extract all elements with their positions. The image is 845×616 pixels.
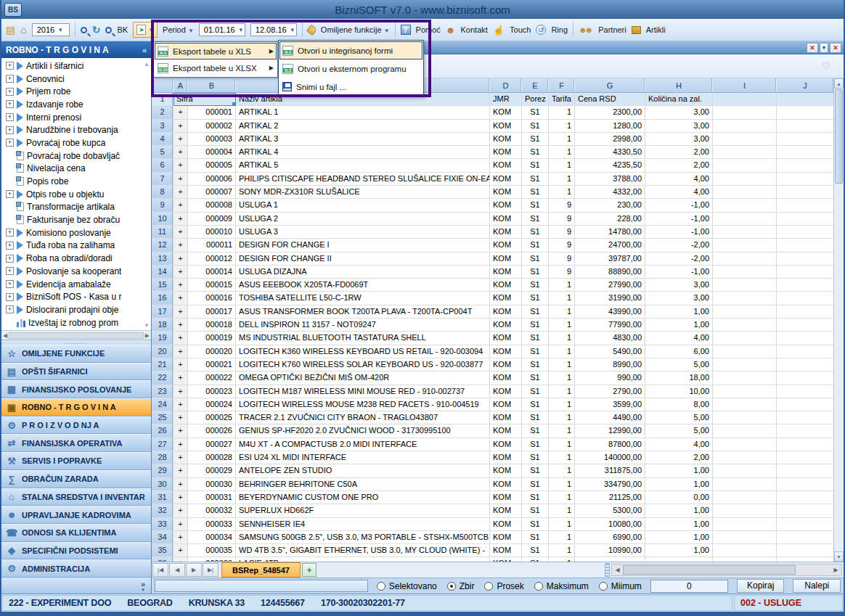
- cell-tarifa[interactable]: 9: [549, 199, 575, 212]
- database-icon[interactable]: ▤: [6, 25, 15, 35]
- cell-cena[interactable]: 39787,00: [575, 252, 645, 266]
- cell-name[interactable]: ARTIKAL 4: [236, 146, 490, 159]
- tree-item-izdavanje-robe[interactable]: +Izdavanje robe: [1, 98, 151, 111]
- cell-code[interactable]: 000014: [188, 266, 236, 279]
- cell-j[interactable]: [777, 464, 833, 477]
- tree-item-narud-bine-i-trebovanja[interactable]: +Narudžbine i trebovanja: [1, 123, 151, 136]
- cell-kolicina[interactable]: 4,00: [645, 173, 713, 186]
- cell-j[interactable]: [777, 319, 833, 332]
- tree-item-dislocirani-prodajni-obje[interactable]: +Dislocirani prodajni obje: [1, 303, 151, 316]
- cell-jmr[interactable]: KOM: [490, 252, 522, 266]
- header-i[interactable]: [713, 93, 777, 106]
- cell-tarifa[interactable]: 1: [549, 305, 575, 319]
- cell-cena[interactable]: 140000,00: [575, 451, 645, 464]
- cell-porez[interactable]: S1: [522, 531, 549, 544]
- cell-name[interactable]: DESIGN FOR CHANGE II: [236, 252, 490, 266]
- expand-row-button[interactable]: +: [174, 305, 188, 319]
- expand-icon[interactable]: +: [6, 139, 14, 147]
- cell-code[interactable]: 000027: [188, 438, 236, 451]
- sidebar-item-robno-t-r-g-o-v-i-n-a[interactable]: ▣ROBNO - T R G O V I N A: [1, 398, 151, 416]
- cell-code[interactable]: 000017: [188, 305, 236, 319]
- cell-i[interactable]: [713, 451, 777, 464]
- expand-icon[interactable]: +: [6, 267, 14, 275]
- cell-porez[interactable]: S1: [522, 213, 549, 226]
- cell-code[interactable]: 000012: [188, 252, 236, 266]
- cell-tarifa[interactable]: 1: [549, 371, 575, 385]
- cell-j[interactable]: [777, 213, 833, 226]
- row-number[interactable]: 12: [152, 239, 174, 252]
- tree-item-interni-prenosi[interactable]: +Interni prenosi: [1, 111, 151, 124]
- cell-jmr[interactable]: KOM: [490, 226, 522, 239]
- row-number[interactable]: 32: [152, 504, 174, 517]
- cell-j[interactable]: [777, 159, 833, 172]
- cell-j[interactable]: [777, 518, 833, 531]
- expand-row-button[interactable]: +: [174, 451, 188, 464]
- cell-cena[interactable]: 4235,50: [575, 159, 645, 172]
- cell-tarifa[interactable]: 1: [549, 332, 575, 345]
- cell-code[interactable]: 000004: [188, 146, 236, 159]
- cell-tarifa[interactable]: 1: [549, 518, 575, 531]
- cell-kolicina[interactable]: 10,00: [645, 385, 713, 398]
- cell-jmr[interactable]: KOM: [490, 332, 522, 345]
- cell-kolicina[interactable]: 3,00: [645, 106, 713, 119]
- column-header-B[interactable]: B: [188, 78, 236, 92]
- row-number[interactable]: 24: [152, 398, 174, 411]
- tree-item-poslovanje-sa-kooperant[interactable]: +Poslovanje sa kooperant: [1, 265, 151, 278]
- cell-kolicina[interactable]: 4,00: [645, 438, 713, 451]
- tree-item-roba-na-obradi-doradi[interactable]: +Roba na obradi/doradi: [1, 252, 151, 265]
- cell-kolicina[interactable]: 2,00: [645, 451, 713, 464]
- cell-porez[interactable]: S1: [522, 133, 549, 146]
- cell-code[interactable]: 000018: [188, 319, 236, 332]
- expand-icon[interactable]: +: [6, 75, 14, 83]
- cell-kolicina[interactable]: 1,00: [645, 531, 713, 544]
- cell-i[interactable]: [713, 133, 777, 146]
- expand-row-button[interactable]: +: [174, 106, 188, 119]
- cell-i[interactable]: [713, 371, 777, 385]
- cell-name[interactable]: LOGITECH K360 WIRELESS KEYBOARD US RETAI…: [236, 345, 490, 358]
- cell-code[interactable]: 000024: [188, 398, 236, 411]
- cell-i[interactable]: [713, 345, 777, 358]
- expand-row-button[interactable]: +: [174, 199, 188, 212]
- cell-jmr[interactable]: KOM: [490, 292, 522, 305]
- column-header-E[interactable]: E: [522, 78, 549, 92]
- cell-cena[interactable]: 3788,00: [575, 173, 645, 186]
- cell-j[interactable]: [777, 332, 833, 345]
- cell-porez[interactable]: S1: [522, 398, 549, 411]
- cell-jmr[interactable]: KOM: [490, 371, 522, 385]
- cell-code[interactable]: 000008: [188, 199, 236, 212]
- cell-i[interactable]: [713, 106, 777, 119]
- expand-row-button[interactable]: +: [174, 345, 188, 358]
- column-header-F[interactable]: F: [549, 78, 575, 92]
- cell-jmr[interactable]: KOM: [490, 266, 522, 279]
- cell-i[interactable]: [713, 226, 777, 239]
- expand-row-button[interactable]: +: [174, 358, 188, 371]
- tree-scroll-down-icon[interactable]: ▼: [144, 322, 150, 329]
- cell-j[interactable]: [777, 133, 833, 146]
- vertical-scrollbar[interactable]: ▲ ▼: [833, 78, 844, 562]
- expand-icon[interactable]: +: [6, 242, 14, 250]
- expand-row-button[interactable]: +: [174, 438, 188, 451]
- cell-jmr[interactable]: KOM: [490, 199, 522, 212]
- cell-kolicina[interactable]: 2,00: [645, 146, 713, 159]
- cell-code[interactable]: 000034: [188, 531, 236, 544]
- cell-jmr[interactable]: KOM: [490, 120, 522, 133]
- cell-j[interactable]: [777, 120, 833, 133]
- radio-selektovano[interactable]: Selektovano: [377, 581, 437, 591]
- cell-i[interactable]: [713, 266, 777, 279]
- export-button[interactable]: ▼: [133, 22, 158, 38]
- expand-icon[interactable]: +: [6, 293, 14, 301]
- cell-jmr[interactable]: KOM: [490, 438, 522, 451]
- expand-row-button[interactable]: +: [174, 239, 188, 252]
- close-window-icon[interactable]: ✕: [807, 43, 818, 53]
- cell-j[interactable]: [777, 491, 833, 504]
- cell-code[interactable]: 000035: [188, 544, 236, 557]
- sidebar-item-opšti-šifarnici[interactable]: ▤OPŠTI ŠIFARNICI: [1, 363, 151, 381]
- row-number[interactable]: 6: [152, 159, 174, 172]
- cell-cena[interactable]: 14780,00: [575, 226, 645, 239]
- tab-splitter-grip[interactable]: [605, 563, 610, 577]
- row-number[interactable]: 4: [152, 133, 174, 146]
- cell-tarifa[interactable]: 9: [549, 266, 575, 279]
- cell-i[interactable]: [713, 332, 777, 345]
- cell-porez[interactable]: S1: [522, 226, 549, 239]
- cell-porez[interactable]: S1: [522, 424, 549, 438]
